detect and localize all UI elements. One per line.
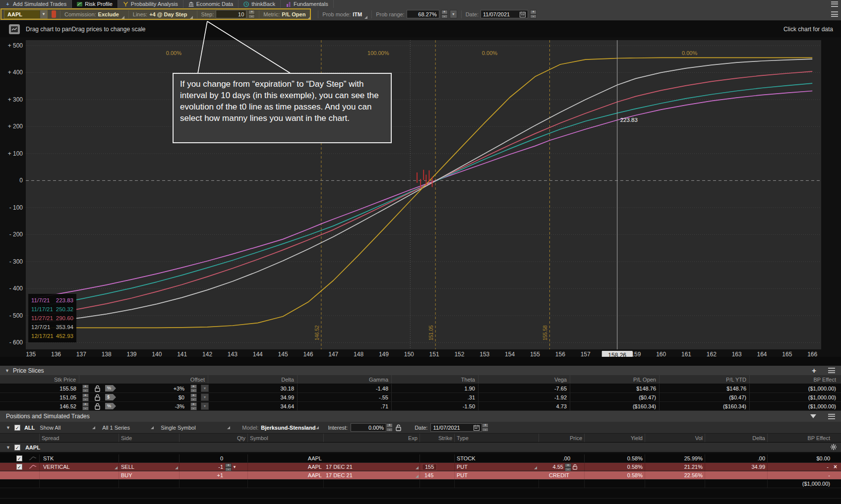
- toolbar-menu-icon[interactable]: [831, 11, 838, 17]
- interest-spinner[interactable]: +-: [386, 423, 393, 432]
- step-input[interactable]: 10: [216, 10, 246, 18]
- prob-range-input[interactable]: 68.27%: [407, 10, 439, 18]
- position-row-stock[interactable]: ✓ STK 0 AAPL STOCK .00 0.58% 25.99% .00 …: [0, 454, 841, 463]
- tab-menu-icon[interactable]: [831, 1, 838, 7]
- show-all-dropdown[interactable]: Show All: [40, 425, 95, 431]
- prob-range-spinner[interactable]: +-: [441, 10, 448, 18]
- curve-toggle-icon[interactable]: [29, 456, 37, 461]
- position-row-vertical-buy[interactable]: BUY +1 AAPL 17 DEC 21 145 PUT CREDIT 0.5…: [0, 471, 841, 480]
- slice-offset-dropdown-icon[interactable]: ▼: [201, 385, 209, 392]
- slice-price-spinner[interactable]: +-: [82, 402, 89, 410]
- slice-offset-spinner[interactable]: +-: [190, 385, 197, 392]
- row-checkbox[interactable]: ✓: [16, 464, 22, 470]
- model-dropdown[interactable]: Bjerksund-Stensland: [261, 425, 319, 431]
- symbol-combobox[interactable]: AAPL ▼: [4, 10, 48, 19]
- symbol-filter-dropdown[interactable]: Single Symbol: [161, 425, 230, 431]
- qty-input[interactable]: -1: [180, 463, 224, 471]
- tab-label: Probability Analysis: [131, 1, 178, 7]
- chart-mode-icon[interactable]: [9, 24, 20, 34]
- slice-vega: -1.92: [479, 393, 570, 401]
- exp-dropdown[interactable]: 17 DEC 21: [324, 463, 420, 471]
- lock-open-icon[interactable]: [572, 463, 578, 470]
- qty-dropdown-icon[interactable]: ▼: [233, 465, 237, 469]
- interest-label: Interest:: [328, 425, 348, 431]
- slice-price[interactable]: 155.58: [0, 386, 79, 392]
- collapse-chevron-icon[interactable]: ▼: [6, 445, 10, 450]
- lock-open-icon[interactable]: [395, 424, 402, 431]
- offset-unit-tag[interactable]: $: [105, 394, 116, 400]
- symbol-group-row[interactable]: ▼ ✓ AAPL: [0, 443, 841, 453]
- step-spinner[interactable]: +-: [248, 10, 255, 18]
- positions-date-input[interactable]: 11/07/2021: [430, 423, 482, 432]
- remove-trade-icon[interactable]: ×: [834, 463, 837, 470]
- price-input[interactable]: 4.55: [539, 463, 565, 471]
- slice-offset-spinner[interactable]: +-: [190, 393, 197, 401]
- collapse-chevron-icon[interactable]: ▼: [6, 425, 10, 430]
- price-slices-menu-icon[interactable]: [828, 368, 835, 373]
- slice-delta: 30.18: [210, 384, 298, 392]
- offset-unit-tag[interactable]: %: [105, 385, 116, 392]
- offset-unit-tag[interactable]: %: [105, 403, 116, 409]
- gear-icon[interactable]: [830, 444, 837, 450]
- slice-price[interactable]: 146.52: [0, 403, 79, 409]
- add-slice-icon[interactable]: +: [812, 368, 816, 373]
- prob-range-dropdown-icon[interactable]: ▼: [450, 10, 457, 18]
- group-checkbox[interactable]: ✓: [14, 445, 20, 450]
- all-checkbox[interactable]: ✓: [14, 425, 20, 431]
- lines-dropdown[interactable]: Lines: +4 @ Day Step: [129, 8, 197, 20]
- metric-dropdown[interactable]: Metric: P/L Open: [259, 8, 315, 20]
- tab-fundamentals[interactable]: Fundamentals: [281, 0, 334, 8]
- price-spinner[interactable]: +-: [565, 463, 571, 471]
- collapse-chevron-icon[interactable]: ▼: [5, 368, 9, 373]
- commission-dropdown[interactable]: Commission: Exclude: [60, 8, 128, 20]
- risk-profile-chart[interactable]: + 500+ 400+ 300+ 200+ 1000- 100- 200- 30…: [0, 37, 841, 357]
- lock-open-icon[interactable]: [94, 394, 101, 401]
- interest-input[interactable]: 0.00%: [351, 423, 386, 432]
- curve-toggle-icon[interactable]: [29, 464, 37, 469]
- cell-type: PUT: [455, 471, 539, 479]
- tab-add-simulated-trades[interactable]: + Add Simulated Trades: [0, 0, 72, 8]
- positions-title: Positions and Simulated Trades: [6, 413, 90, 420]
- analyze-tabbar: + Add Simulated Trades Risk Profile Prob…: [0, 0, 841, 8]
- pl-curves-plot[interactable]: + 500+ 400+ 300+ 200+ 1000- 100- 200- 30…: [0, 37, 841, 357]
- position-row-vertical-sell[interactable]: ✓ VERTICAL SELL -1 +- ▼ AAPL 17 DEC 21 1…: [0, 463, 841, 471]
- tab-thinkback[interactable]: thinkBack: [239, 0, 281, 8]
- prob-mode-dropdown[interactable]: Prob mode: ITM: [318, 8, 371, 20]
- col-pl-open: P/L Open: [570, 375, 660, 384]
- strike-input[interactable]: 155: [422, 464, 437, 470]
- tab-risk-profile[interactable]: Risk Profile: [72, 0, 118, 8]
- exp-dropdown[interactable]: 17 DEC 21: [324, 471, 420, 479]
- date-spinner[interactable]: +-: [530, 10, 537, 18]
- slice-offset-dropdown-icon[interactable]: ▼: [201, 393, 209, 401]
- slice-offset-spinner[interactable]: +-: [190, 402, 197, 410]
- spread-dropdown[interactable]: VERTICAL: [40, 463, 119, 471]
- slice-pl-ytd: ($0.47): [660, 393, 750, 401]
- side-dropdown[interactable]: SELL: [119, 463, 180, 471]
- date-input[interactable]: 11/07/2021: [481, 10, 528, 18]
- col-offset: Offset: [118, 375, 208, 384]
- lock-open-icon[interactable]: [94, 385, 101, 392]
- metric-label: Metric:: [263, 11, 280, 17]
- slice-offset[interactable]: +3%: [118, 386, 187, 392]
- tab-economic-data[interactable]: Economic Data: [183, 0, 239, 8]
- date-label: Date:: [466, 11, 479, 17]
- positions-date-spinner[interactable]: +-: [482, 423, 488, 432]
- slice-offset[interactable]: $0: [118, 394, 187, 400]
- slice-offset[interactable]: -3%: [118, 403, 187, 409]
- series-filter-dropdown[interactable]: All 1 Series: [102, 425, 154, 431]
- lock-open-icon[interactable]: [94, 403, 101, 410]
- qty-spinner[interactable]: +-: [225, 463, 232, 471]
- row-checkbox[interactable]: ✓: [16, 455, 22, 461]
- slice-pl-ytd: $148.76: [660, 384, 750, 392]
- slice-offset-dropdown-icon[interactable]: ▼: [201, 402, 209, 410]
- positions-menu-icon[interactable]: [828, 414, 835, 419]
- slice-price-spinner[interactable]: +-: [82, 393, 89, 401]
- slice-price[interactable]: 151.05: [0, 394, 79, 400]
- slice-price-spinner[interactable]: +-: [82, 385, 89, 392]
- filter-icon[interactable]: [810, 414, 816, 418]
- tab-probability-analysis[interactable]: Probability Analysis: [118, 0, 183, 8]
- cell-delta: .00: [705, 454, 768, 462]
- type-dropdown[interactable]: PUT: [455, 463, 539, 471]
- x-axis-tick-label: 135: [26, 351, 36, 357]
- cell-price: .00: [539, 454, 585, 462]
